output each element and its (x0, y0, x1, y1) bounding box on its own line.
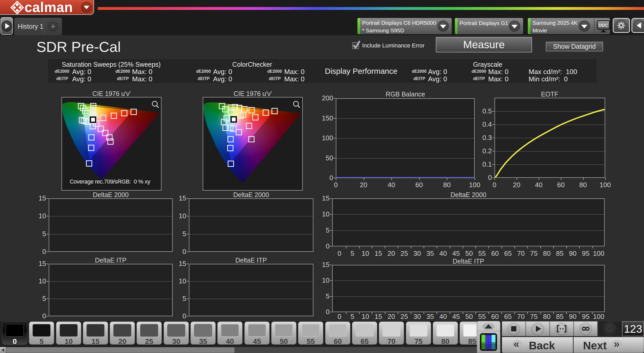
svg-text:DDC: DDC (599, 23, 608, 28)
